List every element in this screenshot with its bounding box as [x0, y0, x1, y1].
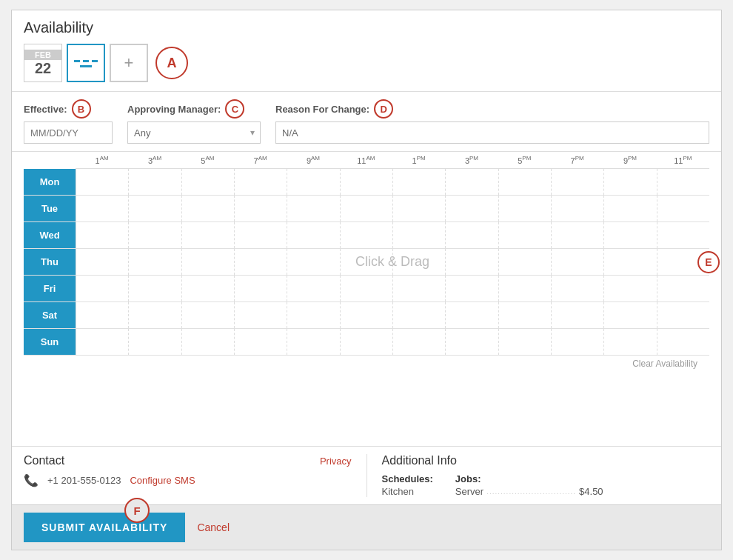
- cal-cell[interactable]: [182, 196, 235, 221]
- privacy-link[interactable]: Privacy: [320, 456, 352, 467]
- cal-cell[interactable]: [235, 302, 287, 328]
- cal-cell[interactable]: [499, 169, 552, 195]
- cal-row-thu[interactable]: Thu: [24, 249, 709, 276]
- cal-cell[interactable]: [129, 276, 181, 301]
- cal-cells-wed[interactable]: [76, 222, 709, 248]
- cal-cells-sun[interactable]: [76, 329, 709, 355]
- cal-cell[interactable]: [604, 276, 657, 301]
- cal-cell[interactable]: [604, 196, 657, 221]
- cal-cells-sat[interactable]: [76, 302, 709, 328]
- cal-row-mon[interactable]: Mon: [24, 169, 709, 196]
- cal-cell[interactable]: [446, 329, 498, 355]
- cal-cell[interactable]: [446, 249, 498, 275]
- cal-cells-mon[interactable]: [76, 169, 709, 195]
- cal-cell[interactable]: [499, 249, 552, 275]
- configure-sms-link[interactable]: Configure SMS: [130, 475, 195, 486]
- cal-cell[interactable]: [499, 222, 552, 248]
- cal-cell[interactable]: [235, 329, 287, 355]
- cal-cell[interactable]: [393, 329, 446, 355]
- cal-row-sun[interactable]: Sun: [24, 329, 709, 356]
- cal-cell[interactable]: [287, 249, 340, 275]
- cal-cell[interactable]: [182, 276, 235, 301]
- cal-cell[interactable]: [499, 329, 552, 355]
- clear-availability-link[interactable]: Clear Availability: [24, 356, 709, 372]
- cal-cell[interactable]: [552, 276, 604, 301]
- manager-select[interactable]: Any: [127, 121, 261, 144]
- cal-cell[interactable]: [287, 222, 340, 248]
- cal-cell[interactable]: [393, 302, 446, 328]
- cal-cell[interactable]: [552, 302, 604, 328]
- cal-cell[interactable]: [287, 196, 340, 221]
- cancel-button[interactable]: Cancel: [197, 521, 230, 533]
- cal-cell[interactable]: [552, 169, 604, 195]
- reason-input[interactable]: [275, 121, 709, 144]
- cal-cell[interactable]: [393, 249, 446, 275]
- cal-cell[interactable]: [446, 196, 498, 221]
- cal-cells-tue[interactable]: [76, 196, 709, 221]
- cal-cell[interactable]: [182, 302, 235, 328]
- cal-cell[interactable]: [552, 222, 604, 248]
- cal-cell[interactable]: [657, 222, 709, 248]
- cal-cell[interactable]: [76, 329, 129, 355]
- add-button[interactable]: +: [110, 44, 148, 82]
- cal-cell[interactable]: [235, 276, 287, 301]
- cal-cell[interactable]: [182, 169, 235, 195]
- cal-row-tue[interactable]: Tue: [24, 196, 709, 222]
- cal-cell[interactable]: [182, 329, 235, 355]
- cal-cell[interactable]: [552, 329, 604, 355]
- cal-cell[interactable]: [76, 169, 129, 195]
- cal-cell[interactable]: [76, 249, 129, 275]
- cal-cell[interactable]: [604, 222, 657, 248]
- cal-cell[interactable]: [287, 329, 340, 355]
- cal-cell[interactable]: [604, 249, 657, 275]
- cal-cell[interactable]: [657, 169, 709, 195]
- cal-cell[interactable]: [604, 329, 657, 355]
- manager-select-wrap[interactable]: Any: [127, 121, 261, 144]
- cal-cell[interactable]: [393, 222, 446, 248]
- cal-cell[interactable]: [129, 169, 181, 195]
- cal-cells-thu[interactable]: [76, 249, 709, 275]
- submit-availability-button[interactable]: SUBMIT AVAILABILITY: [24, 513, 185, 542]
- cal-cell[interactable]: [235, 222, 287, 248]
- cal-cell[interactable]: [499, 196, 552, 221]
- cal-cell[interactable]: [341, 222, 393, 248]
- cal-cell[interactable]: [287, 276, 340, 301]
- cal-cell[interactable]: [182, 222, 235, 248]
- cal-cell[interactable]: [287, 169, 340, 195]
- cal-cell[interactable]: [341, 249, 393, 275]
- cal-row-sat[interactable]: Sat: [24, 302, 709, 329]
- cal-cell[interactable]: [604, 169, 657, 195]
- cal-cell[interactable]: [235, 169, 287, 195]
- cal-cell[interactable]: [182, 249, 235, 275]
- cal-cell[interactable]: [341, 329, 393, 355]
- cal-cell[interactable]: [129, 302, 181, 328]
- cal-cell[interactable]: [235, 196, 287, 221]
- cal-cell[interactable]: [235, 249, 287, 275]
- cal-cell[interactable]: [446, 276, 498, 301]
- cal-cell[interactable]: [129, 222, 181, 248]
- cal-cell[interactable]: [393, 196, 446, 221]
- cal-cell[interactable]: [657, 276, 709, 301]
- cal-cell[interactable]: [76, 222, 129, 248]
- cal-cell[interactable]: [129, 249, 181, 275]
- cal-cell[interactable]: [393, 276, 446, 301]
- cal-cell[interactable]: [446, 169, 498, 195]
- cal-cell[interactable]: [129, 329, 181, 355]
- cal-cell[interactable]: [552, 249, 604, 275]
- cal-cell[interactable]: [552, 196, 604, 221]
- cal-cell[interactable]: [341, 302, 393, 328]
- date-box-feb22[interactable]: FEB 22: [24, 44, 62, 82]
- cal-cell[interactable]: [393, 169, 446, 195]
- cal-cell[interactable]: [287, 302, 340, 328]
- cal-row-wed[interactable]: Wed: [24, 222, 709, 249]
- cal-cell[interactable]: [657, 329, 709, 355]
- cal-cell[interactable]: [76, 196, 129, 221]
- cal-cell[interactable]: [657, 196, 709, 221]
- cal-cell[interactable]: [446, 222, 498, 248]
- cal-cell[interactable]: [341, 276, 393, 301]
- cal-cell[interactable]: [76, 302, 129, 328]
- cal-cell[interactable]: [499, 302, 552, 328]
- cal-cell[interactable]: [341, 169, 393, 195]
- date-box-dashes[interactable]: [67, 44, 105, 82]
- cal-cell[interactable]: [604, 302, 657, 328]
